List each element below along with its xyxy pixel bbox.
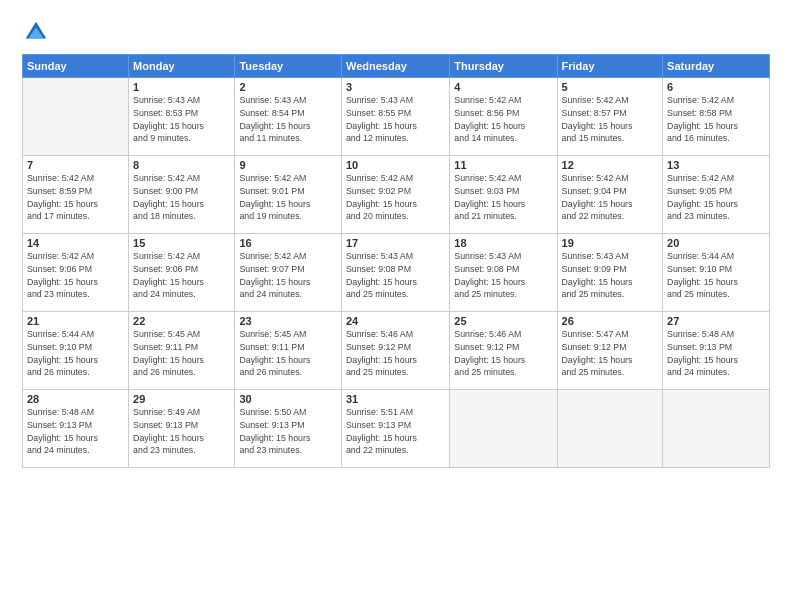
day-info: Sunrise: 5:47 AM Sunset: 9:12 PM Dayligh… xyxy=(562,328,659,379)
calendar-cell: 11Sunrise: 5:42 AM Sunset: 9:03 PM Dayli… xyxy=(450,156,557,234)
header xyxy=(22,18,770,46)
day-number: 13 xyxy=(667,159,765,171)
day-number: 10 xyxy=(346,159,445,171)
day-number: 24 xyxy=(346,315,445,327)
day-number: 23 xyxy=(239,315,337,327)
calendar-cell: 24Sunrise: 5:46 AM Sunset: 9:12 PM Dayli… xyxy=(341,312,449,390)
day-number: 1 xyxy=(133,81,230,93)
calendar-cell: 28Sunrise: 5:48 AM Sunset: 9:13 PM Dayli… xyxy=(23,390,129,468)
day-info: Sunrise: 5:45 AM Sunset: 9:11 PM Dayligh… xyxy=(133,328,230,379)
page: SundayMondayTuesdayWednesdayThursdayFrid… xyxy=(0,0,792,612)
day-info: Sunrise: 5:42 AM Sunset: 9:05 PM Dayligh… xyxy=(667,172,765,223)
day-number: 17 xyxy=(346,237,445,249)
calendar-cell: 27Sunrise: 5:48 AM Sunset: 9:13 PM Dayli… xyxy=(663,312,770,390)
calendar-cell: 14Sunrise: 5:42 AM Sunset: 9:06 PM Dayli… xyxy=(23,234,129,312)
day-number: 20 xyxy=(667,237,765,249)
day-number: 16 xyxy=(239,237,337,249)
day-number: 11 xyxy=(454,159,552,171)
calendar-cell: 6Sunrise: 5:42 AM Sunset: 8:58 PM Daylig… xyxy=(663,78,770,156)
day-info: Sunrise: 5:42 AM Sunset: 9:01 PM Dayligh… xyxy=(239,172,337,223)
day-info: Sunrise: 5:42 AM Sunset: 8:56 PM Dayligh… xyxy=(454,94,552,145)
day-info: Sunrise: 5:44 AM Sunset: 9:10 PM Dayligh… xyxy=(27,328,124,379)
day-info: Sunrise: 5:48 AM Sunset: 9:13 PM Dayligh… xyxy=(27,406,124,457)
day-number: 2 xyxy=(239,81,337,93)
day-info: Sunrise: 5:42 AM Sunset: 8:59 PM Dayligh… xyxy=(27,172,124,223)
calendar-week: 21Sunrise: 5:44 AM Sunset: 9:10 PM Dayli… xyxy=(23,312,770,390)
header-day: Wednesday xyxy=(341,55,449,78)
header-day: Thursday xyxy=(450,55,557,78)
logo-icon xyxy=(22,18,50,46)
day-info: Sunrise: 5:46 AM Sunset: 9:12 PM Dayligh… xyxy=(346,328,445,379)
calendar-cell xyxy=(23,78,129,156)
calendar-week: 7Sunrise: 5:42 AM Sunset: 8:59 PM Daylig… xyxy=(23,156,770,234)
calendar-cell: 17Sunrise: 5:43 AM Sunset: 9:08 PM Dayli… xyxy=(341,234,449,312)
calendar-cell: 19Sunrise: 5:43 AM Sunset: 9:09 PM Dayli… xyxy=(557,234,663,312)
calendar-cell: 20Sunrise: 5:44 AM Sunset: 9:10 PM Dayli… xyxy=(663,234,770,312)
calendar-cell xyxy=(450,390,557,468)
calendar-cell: 26Sunrise: 5:47 AM Sunset: 9:12 PM Dayli… xyxy=(557,312,663,390)
day-number: 29 xyxy=(133,393,230,405)
calendar-cell: 12Sunrise: 5:42 AM Sunset: 9:04 PM Dayli… xyxy=(557,156,663,234)
header-day: Tuesday xyxy=(235,55,342,78)
day-info: Sunrise: 5:43 AM Sunset: 8:54 PM Dayligh… xyxy=(239,94,337,145)
day-number: 5 xyxy=(562,81,659,93)
calendar-cell: 16Sunrise: 5:42 AM Sunset: 9:07 PM Dayli… xyxy=(235,234,342,312)
day-info: Sunrise: 5:46 AM Sunset: 9:12 PM Dayligh… xyxy=(454,328,552,379)
day-info: Sunrise: 5:44 AM Sunset: 9:10 PM Dayligh… xyxy=(667,250,765,301)
calendar-cell: 1Sunrise: 5:43 AM Sunset: 8:53 PM Daylig… xyxy=(129,78,235,156)
calendar-cell: 9Sunrise: 5:42 AM Sunset: 9:01 PM Daylig… xyxy=(235,156,342,234)
calendar-cell: 13Sunrise: 5:42 AM Sunset: 9:05 PM Dayli… xyxy=(663,156,770,234)
day-number: 12 xyxy=(562,159,659,171)
calendar-cell: 21Sunrise: 5:44 AM Sunset: 9:10 PM Dayli… xyxy=(23,312,129,390)
calendar-cell: 7Sunrise: 5:42 AM Sunset: 8:59 PM Daylig… xyxy=(23,156,129,234)
day-info: Sunrise: 5:42 AM Sunset: 9:06 PM Dayligh… xyxy=(133,250,230,301)
day-number: 22 xyxy=(133,315,230,327)
calendar-cell: 10Sunrise: 5:42 AM Sunset: 9:02 PM Dayli… xyxy=(341,156,449,234)
calendar-cell: 25Sunrise: 5:46 AM Sunset: 9:12 PM Dayli… xyxy=(450,312,557,390)
header-day: Saturday xyxy=(663,55,770,78)
calendar-cell xyxy=(663,390,770,468)
header-day: Friday xyxy=(557,55,663,78)
calendar-cell: 2Sunrise: 5:43 AM Sunset: 8:54 PM Daylig… xyxy=(235,78,342,156)
day-info: Sunrise: 5:42 AM Sunset: 9:03 PM Dayligh… xyxy=(454,172,552,223)
day-number: 19 xyxy=(562,237,659,249)
calendar-cell: 3Sunrise: 5:43 AM Sunset: 8:55 PM Daylig… xyxy=(341,78,449,156)
calendar-cell: 8Sunrise: 5:42 AM Sunset: 9:00 PM Daylig… xyxy=(129,156,235,234)
day-number: 6 xyxy=(667,81,765,93)
day-info: Sunrise: 5:42 AM Sunset: 9:00 PM Dayligh… xyxy=(133,172,230,223)
day-info: Sunrise: 5:50 AM Sunset: 9:13 PM Dayligh… xyxy=(239,406,337,457)
header-row: SundayMondayTuesdayWednesdayThursdayFrid… xyxy=(23,55,770,78)
day-number: 15 xyxy=(133,237,230,249)
day-info: Sunrise: 5:42 AM Sunset: 9:02 PM Dayligh… xyxy=(346,172,445,223)
logo xyxy=(22,18,54,46)
day-info: Sunrise: 5:45 AM Sunset: 9:11 PM Dayligh… xyxy=(239,328,337,379)
calendar-week: 14Sunrise: 5:42 AM Sunset: 9:06 PM Dayli… xyxy=(23,234,770,312)
calendar-cell: 5Sunrise: 5:42 AM Sunset: 8:57 PM Daylig… xyxy=(557,78,663,156)
day-info: Sunrise: 5:51 AM Sunset: 9:13 PM Dayligh… xyxy=(346,406,445,457)
day-number: 21 xyxy=(27,315,124,327)
day-number: 4 xyxy=(454,81,552,93)
day-info: Sunrise: 5:42 AM Sunset: 9:04 PM Dayligh… xyxy=(562,172,659,223)
calendar-cell xyxy=(557,390,663,468)
day-number: 18 xyxy=(454,237,552,249)
calendar-week: 1Sunrise: 5:43 AM Sunset: 8:53 PM Daylig… xyxy=(23,78,770,156)
calendar-cell: 23Sunrise: 5:45 AM Sunset: 9:11 PM Dayli… xyxy=(235,312,342,390)
day-info: Sunrise: 5:43 AM Sunset: 8:55 PM Dayligh… xyxy=(346,94,445,145)
calendar-cell: 18Sunrise: 5:43 AM Sunset: 9:08 PM Dayli… xyxy=(450,234,557,312)
day-number: 27 xyxy=(667,315,765,327)
day-number: 31 xyxy=(346,393,445,405)
day-number: 7 xyxy=(27,159,124,171)
calendar-cell: 22Sunrise: 5:45 AM Sunset: 9:11 PM Dayli… xyxy=(129,312,235,390)
header-day: Monday xyxy=(129,55,235,78)
day-info: Sunrise: 5:42 AM Sunset: 9:06 PM Dayligh… xyxy=(27,250,124,301)
day-number: 26 xyxy=(562,315,659,327)
day-number: 14 xyxy=(27,237,124,249)
calendar-cell: 29Sunrise: 5:49 AM Sunset: 9:13 PM Dayli… xyxy=(129,390,235,468)
day-info: Sunrise: 5:42 AM Sunset: 8:57 PM Dayligh… xyxy=(562,94,659,145)
day-info: Sunrise: 5:43 AM Sunset: 8:53 PM Dayligh… xyxy=(133,94,230,145)
day-info: Sunrise: 5:43 AM Sunset: 9:08 PM Dayligh… xyxy=(346,250,445,301)
day-info: Sunrise: 5:42 AM Sunset: 9:07 PM Dayligh… xyxy=(239,250,337,301)
header-day: Sunday xyxy=(23,55,129,78)
day-info: Sunrise: 5:43 AM Sunset: 9:09 PM Dayligh… xyxy=(562,250,659,301)
day-number: 25 xyxy=(454,315,552,327)
